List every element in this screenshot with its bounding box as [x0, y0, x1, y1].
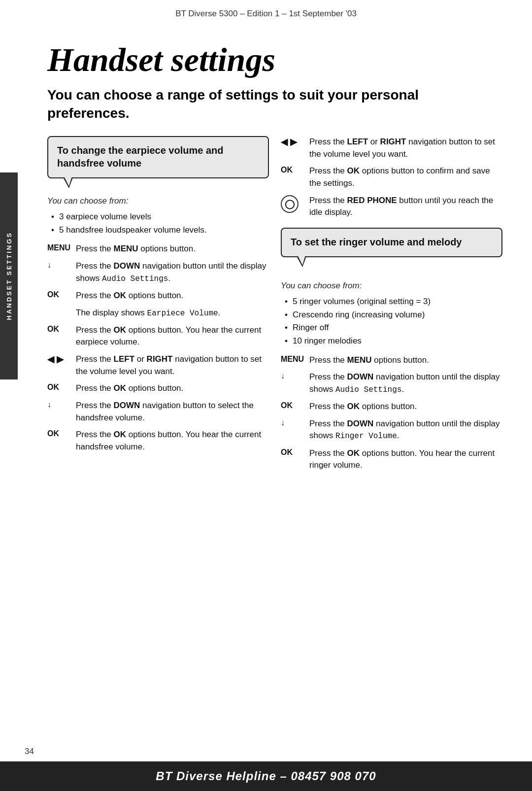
step-row: OK Press the OK options button. [281, 401, 502, 413]
step-text: Press the DOWN navigation button to sele… [76, 400, 269, 424]
right-bullet-list: 5 ringer volumes (original setting = 3) … [281, 296, 502, 347]
footer-text: BT Diverse Helpline – 08457 908 070 [156, 769, 376, 783]
step-key-empty [47, 307, 71, 308]
step-row: OK Press the OK options button. [47, 290, 269, 302]
page-header: BT Diverse 5300 – Edition 1 – 1st Septem… [0, 0, 532, 24]
step-text: Press the LEFT or RIGHT navigation butto… [309, 136, 502, 160]
list-item: 10 ringer melodies [285, 335, 502, 347]
step-key-lr-arrows: ◀ ▶ [281, 136, 304, 147]
step-row: ◯ Press the RED PHONE button until you r… [281, 195, 502, 219]
left-instructions: You can choose from: 3 earpiece volume l… [47, 187, 269, 453]
step-key: MENU [47, 243, 71, 252]
step-key-arrow: ↓ [47, 260, 71, 270]
left-bullet-list: 3 earpiece volume levels 5 handsfree lou… [47, 211, 269, 236]
step-key: OK [47, 429, 71, 438]
step-row: ↓ Press the DOWN navigation button to se… [47, 400, 269, 424]
list-item: 3 earpiece volume levels [51, 211, 269, 223]
list-item: 5 handsfree loudspeaker volume levels. [51, 224, 269, 237]
step-text: Press the RED PHONE button until you rea… [309, 195, 502, 219]
sidebar-label: HANDSET SETTINGS [0, 172, 18, 379]
step-key-arrow: ↓ [281, 371, 304, 380]
step-row: ↓ Press the DOWN navigation button until… [281, 418, 502, 443]
step-row: ↓ Press the DOWN navigation button until… [47, 260, 269, 285]
step-text: Press the OK options button. [76, 290, 269, 302]
right-italic-note: You can choose from: [281, 281, 502, 291]
step-text: Press the OK options button. [76, 382, 269, 395]
step-row: OK Press the OK options button to confir… [281, 165, 502, 189]
step-text: Press the LEFT or RIGHT navigation butto… [76, 353, 269, 378]
footer-bar: BT Diverse Helpline – 08457 908 070 [0, 761, 532, 791]
step-text: Press the OK options button. [309, 401, 502, 413]
step-key: MENU [281, 354, 304, 364]
step-text: Press the DOWN navigation button until t… [309, 418, 502, 443]
step-text: Press the OK options button to confirm a… [309, 165, 502, 189]
left-box-title: To change the earpiece volume and handsf… [57, 144, 259, 170]
step-row: MENU Press the MENU options button. [281, 354, 502, 367]
list-item: Crescendo ring (increasing volume) [285, 309, 502, 321]
page-subtitle: You can choose a range of settings to su… [47, 86, 502, 122]
list-item: Ringer off [285, 322, 502, 334]
page-content: Handset settings You can choose a range … [18, 24, 532, 477]
step-text: Press the OK options button. You hear th… [76, 324, 269, 348]
page-title: Handset settings [47, 42, 502, 77]
header-text: BT Diverse 5300 – Edition 1 – 1st Septem… [175, 9, 357, 18]
step-text: Press the OK options button. You hear th… [76, 429, 269, 453]
step-text: Press the OK options button. You hear th… [309, 447, 502, 472]
step-key: OK [47, 290, 71, 299]
step-row: OK Press the OK options button. You hear… [47, 429, 269, 453]
step-row: ↓ Press the DOWN navigation button until… [281, 371, 502, 396]
step-text: Press the DOWN navigation button until t… [76, 260, 269, 285]
step-key: OK [281, 401, 304, 410]
step-key: OK [281, 447, 304, 457]
main-columns: To change the earpiece volume and handsf… [47, 136, 502, 477]
phone-icon: ◯ [281, 195, 304, 213]
step-key: OK [47, 382, 71, 392]
red-phone-icon: ◯ [281, 195, 299, 213]
step-row: ◀ ▶ Press the LEFT or RIGHT navigation b… [47, 353, 269, 378]
step-key-arrow: ↓ [47, 400, 71, 409]
sidebar-label-text: HANDSET SETTINGS [5, 232, 13, 320]
right-column: ◀ ▶ Press the LEFT or RIGHT navigation b… [281, 136, 502, 477]
step-text: Press the DOWN navigation button until t… [309, 371, 502, 396]
right-box-title: To set the ringer volume and melody [291, 236, 493, 248]
step-text: The display shows Earpiece Volume. [76, 307, 269, 319]
step-row: MENU Press the MENU options button. [47, 243, 269, 255]
page-number: 34 [25, 747, 34, 757]
step-key: OK [47, 324, 71, 334]
step-row: OK Press the OK options button. You hear… [281, 447, 502, 472]
step-key: OK [281, 165, 304, 174]
step-row: The display shows Earpiece Volume. [47, 307, 269, 319]
step-text: Press the MENU options button. [309, 354, 502, 367]
step-text: Press the MENU options button. [76, 243, 269, 255]
list-item: 5 ringer volumes (original setting = 3) [285, 296, 502, 308]
step-key-arrow: ↓ [281, 418, 304, 427]
right-section-box: To set the ringer volume and melody [281, 228, 502, 257]
step-row: OK Press the OK options button. [47, 382, 269, 395]
step-row: ◀ ▶ Press the LEFT or RIGHT navigation b… [281, 136, 502, 160]
left-column: To change the earpiece volume and handsf… [47, 136, 269, 458]
right-instructions: You can choose from: 5 ringer volumes (o… [281, 266, 502, 472]
step-row: OK Press the OK options button. You hear… [47, 324, 269, 348]
left-italic-note: You can choose from: [47, 196, 269, 206]
step-key-lr-arrows: ◀ ▶ [47, 353, 71, 365]
right-top-steps: ◀ ▶ Press the LEFT or RIGHT navigation b… [281, 136, 502, 219]
left-section-box: To change the earpiece volume and handsf… [47, 136, 269, 178]
